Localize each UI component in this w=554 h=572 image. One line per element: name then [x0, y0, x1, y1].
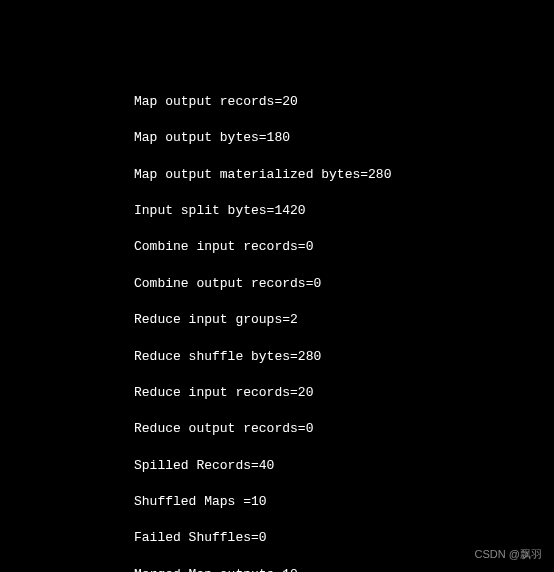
counter-line: Reduce input records=20 — [4, 384, 550, 402]
counter-line: Merged Map outputs=10 — [4, 566, 550, 572]
counter-line: Map output bytes=180 — [4, 129, 550, 147]
counter-line: Spilled Records=40 — [4, 457, 550, 475]
counter-line: Failed Shuffles=0 — [4, 529, 550, 547]
terminal-output: Map output records=20 Map output bytes=1… — [4, 75, 550, 572]
counter-line: Reduce output records=0 — [4, 420, 550, 438]
watermark-text: CSDN @飘羽 — [475, 547, 542, 562]
counter-line: Reduce shuffle bytes=280 — [4, 348, 550, 366]
counter-line: Combine output records=0 — [4, 275, 550, 293]
counter-line: Map output records=20 — [4, 93, 550, 111]
counter-line: Combine input records=0 — [4, 238, 550, 256]
counter-line: Shuffled Maps =10 — [4, 493, 550, 511]
counter-line: Reduce input groups=2 — [4, 311, 550, 329]
counter-line: Input split bytes=1420 — [4, 202, 550, 220]
counter-line: Map output materialized bytes=280 — [4, 166, 550, 184]
